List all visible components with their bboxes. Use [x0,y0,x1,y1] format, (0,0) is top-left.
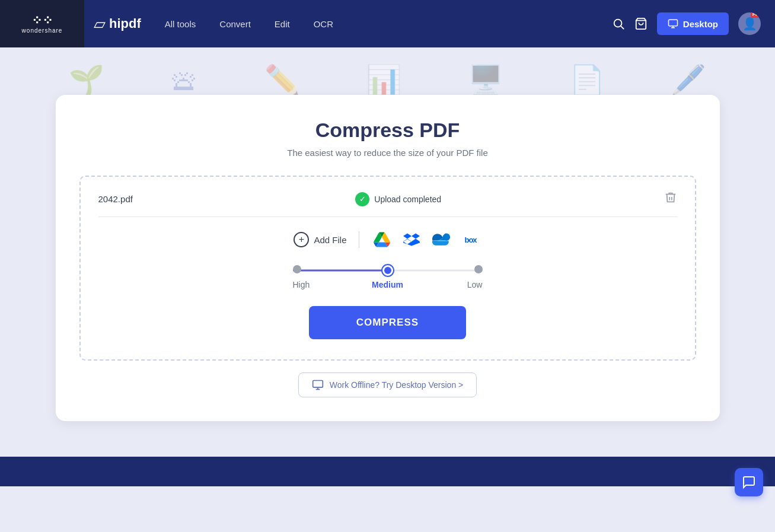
slider-label-medium: Medium [372,280,403,289]
cart-icon [634,17,648,30]
avatar[interactable]: 👤 Pro [738,12,761,35]
footer [0,457,775,486]
slider-label-high: High [293,280,323,289]
svg-rect-3 [668,20,677,26]
file-name: 2042.pdf [98,194,133,204]
page-subtitle: The easiest way to reduce the size of yo… [79,148,696,158]
nav-convert[interactable]: Convert [219,19,251,29]
hipdf-logo: ▱ hipdf [94,15,141,33]
delete-file-button[interactable] [664,191,677,207]
desktop-download-icon [312,379,324,391]
compress-button[interactable]: COMPRESS [309,306,466,339]
desktop-btn-label: Desktop [683,19,718,29]
compress-btn-container: COMPRESS [98,306,677,339]
add-icon: + [294,232,309,247]
pro-badge: Pro [751,12,761,18]
cloud-icons-group: box [371,229,481,250]
nav-edit[interactable]: Edit [275,19,290,29]
message-icon [742,475,756,489]
hipdf-text: hipdf [109,16,141,31]
slider-labels: High Medium Low [293,280,483,289]
nav-ocr[interactable]: OCR [314,19,333,29]
onedrive-button[interactable] [430,229,452,250]
wondershare-logo: ⁘⁘ wondershare [0,0,84,47]
navbar: ⁘⁘ wondershare ▱ hipdf All tools Convert… [0,0,775,47]
google-drive-button[interactable] [371,229,393,250]
ws-text: wondershare [22,27,63,34]
dropbox-icon [403,231,420,248]
desktop-button[interactable]: Desktop [657,12,729,35]
avatar-icon: 👤 [742,17,757,31]
check-icon: ✓ [355,192,369,206]
svg-line-1 [621,26,624,29]
google-drive-icon [374,231,390,248]
search-button[interactable] [612,17,625,30]
illus-feather: 🖊️ [671,63,706,97]
search-icon [612,17,625,30]
illus-chart: 📊 [366,63,401,97]
illus-doc: 📄 [569,63,605,97]
message-button[interactable] [735,468,763,496]
desktop-banner-text: Work Offline? Try Desktop Version > [330,380,464,390]
illus-plant: 🌱 [69,63,104,97]
cart-button[interactable] [634,17,648,30]
illus-lamp: 🛎 [170,64,199,97]
desktop-banner: Work Offline? Try Desktop Version > [79,372,696,397]
desktop-icon [668,18,678,29]
trash-icon [664,191,677,204]
slider-dot-high[interactable] [293,265,301,273]
dropbox-button[interactable] [401,229,422,250]
upload-status-text: Upload completed [374,195,441,204]
desktop-banner-link[interactable]: Work Offline? Try Desktop Version > [298,372,477,397]
add-file-row: + Add File [98,229,677,250]
compression-slider[interactable]: High Medium Low [293,265,483,289]
slider-label-low: Low [452,280,482,289]
box-button[interactable]: box [460,229,481,250]
svg-point-0 [614,20,621,27]
page-title: Compress PDF [79,119,696,142]
file-row: 2042.pdf ✓ Upload completed [98,191,677,217]
nav-all-tools[interactable]: All tools [165,19,196,29]
add-file-label: Add File [314,235,346,245]
nav-actions: Desktop 👤 Pro [612,12,761,35]
illus-screen: 🖥️ [468,63,503,97]
add-file-button[interactable]: + Add File [294,232,346,247]
nav-links: All tools Convert Edit OCR [165,19,612,29]
onedrive-icon [432,231,450,249]
illus-pencils: ✏️ [264,63,300,97]
slider-track [293,265,483,276]
upload-status: ✓ Upload completed [355,192,441,206]
vertical-divider [359,231,359,248]
svg-rect-6 [312,381,323,388]
upload-area: 2042.pdf ✓ Upload completed + Add File [79,176,696,361]
slider-dot-low[interactable] [474,265,483,273]
main-container: Compress PDF The easiest way to reduce t… [32,95,744,445]
slider-dots [293,265,483,276]
ws-icon: ⁘⁘ [31,14,53,27]
hipdf-icon: ▱ [94,15,106,33]
box-icon: box [464,235,476,244]
slider-dot-medium[interactable] [382,265,393,276]
main-card: Compress PDF The easiest way to reduce t… [56,95,720,421]
